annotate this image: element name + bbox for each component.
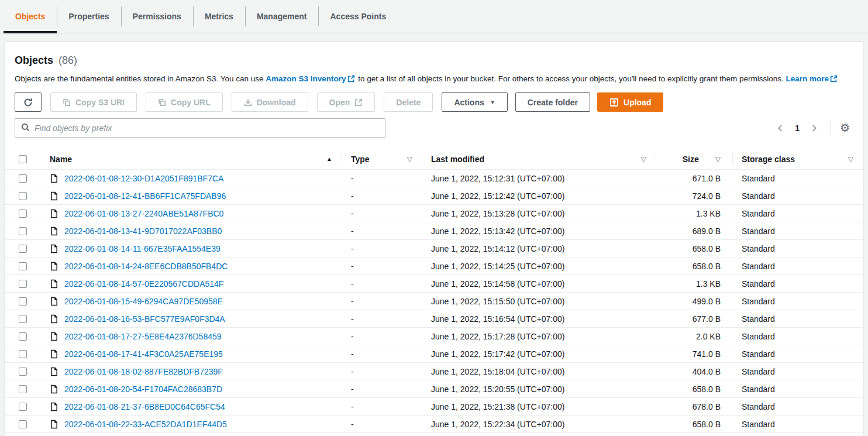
table-row: 2022-06-01-08-20-54-F1704FAC28683B7D - J… [5,380,863,398]
row-checkbox[interactable] [19,174,27,183]
object-name-link[interactable]: 2022-06-01-08-22-33-ACE52DA1D1EF44D5 [64,420,227,429]
refresh-button[interactable] [15,92,42,112]
object-last-modified: June 1, 2022, 15:15:50 (UTC+07:00) [422,297,656,306]
object-name-link[interactable]: 2022-06-01-08-20-54-F1704FAC28683B7D [64,384,222,394]
delete-button[interactable]: Delete [384,92,433,112]
open-button[interactable]: Open [317,92,376,112]
table-row: 2022-06-01-08-12-30-D1A2051F891BF7CA - J… [5,170,863,187]
column-header-storage-class[interactable]: Storage class [742,155,795,164]
upload-icon [609,98,619,107]
search-row: 1 ⚙ [5,112,863,138]
copy-url-label: Copy URL [171,98,211,107]
tab-permissions[interactable]: Permissions [121,0,193,33]
table-row: 2022-06-01-08-18-02-887FE82BDFB7239F - J… [5,363,863,380]
actions-dropdown-button[interactable]: Actions ▼ [442,92,507,112]
file-icon [50,262,58,271]
filter-icon[interactable]: ▽ [407,155,412,163]
tab-access-points[interactable]: Access Points [318,0,398,33]
column-header-last-modified[interactable]: Last modified [431,155,484,164]
sort-ascending-icon[interactable]: ▲ [326,156,332,162]
tab-metrics[interactable]: Metrics [193,0,245,33]
row-checkbox[interactable] [19,403,27,411]
current-page[interactable]: 1 [790,123,804,133]
object-name-link[interactable]: 2022-06-01-08-15-49-6294CA97DE50958E [64,297,223,306]
table-row: 2022-06-01-08-14-11-667E35FAA1554E39 - J… [5,240,863,258]
open-label: Open [329,98,350,107]
tab-management[interactable]: Management [245,0,319,33]
file-icon [50,226,58,236]
object-size: 671.0 B [656,174,732,183]
download-icon [244,98,252,107]
object-last-modified: June 1, 2022, 15:22:34 (UTC+07:00) [422,420,656,429]
refresh-icon [23,98,33,107]
column-header-name[interactable]: Name [50,155,72,164]
search-icon [21,123,30,133]
object-last-modified: June 1, 2022, 15:20:55 (UTC+07:00) [422,384,656,394]
row-checkbox[interactable] [19,350,27,358]
object-storage-class: Standard [732,420,863,429]
select-all-checkbox[interactable] [19,155,27,163]
object-name-link[interactable]: 2022-06-01-08-13-27-2240ABE51A87FBC0 [64,209,223,218]
column-header-type[interactable]: Type [351,155,370,164]
row-checkbox[interactable] [19,368,27,376]
object-name-link[interactable]: 2022-06-01-08-12-30-D1A2051F891BF7CA [64,174,223,183]
object-type: - [342,349,422,359]
row-checkbox[interactable] [19,227,27,235]
tab-properties[interactable]: Properties [57,0,120,33]
object-last-modified: June 1, 2022, 15:13:42 (UTC+07:00) [422,226,656,236]
download-button[interactable]: Download [232,92,308,112]
object-name-link[interactable]: 2022-06-01-08-17-27-5E8E4A2376D58459 [64,332,222,341]
create-folder-button[interactable]: Create folder [515,92,590,112]
filter-icon[interactable]: ▽ [715,155,721,163]
row-checkbox[interactable] [19,420,27,428]
upload-button[interactable]: Upload [597,92,663,112]
learn-more-link[interactable]: Learn more [786,74,829,83]
description-text-1: Objects are the fundamental entities sto… [15,74,266,83]
object-name-link[interactable]: 2022-06-01-08-12-41-BB6FF1CA75FDAB96 [64,191,226,201]
tab-objects[interactable]: Objects [4,0,57,33]
object-name-link[interactable]: 2022-06-01-08-14-11-667E35FAA1554E39 [64,244,221,253]
object-size: 658.0 B [656,262,732,271]
filter-icon[interactable]: ▽ [848,155,853,163]
filter-icon[interactable]: ▽ [641,155,646,163]
row-checkbox[interactable] [19,192,27,200]
row-checkbox[interactable] [19,280,27,288]
object-size: 741.0 B [656,349,732,359]
objects-toolbar: Copy S3 URI Copy URL Download Open Delet… [5,84,863,112]
column-header-size[interactable]: Size [683,155,699,164]
preferences-gear-icon[interactable]: ⚙ [836,121,853,135]
file-icon [50,402,58,411]
object-size: 404.0 B [656,367,732,376]
row-checkbox[interactable] [19,262,27,270]
object-name-link[interactable]: 2022-06-01-08-14-24-8EE6CDB8B50FB4DC [64,262,228,271]
object-type: - [342,314,422,324]
row-checkbox[interactable] [19,210,27,218]
object-last-modified: June 1, 2022, 15:13:28 (UTC+07:00) [422,209,656,218]
search-box [15,118,385,138]
object-name-link[interactable]: 2022-06-01-08-18-02-887FE82BDFB7239F [64,367,223,376]
copy-url-button[interactable]: Copy URL [146,92,223,112]
copy-icon [158,98,166,107]
copy-s3-uri-button[interactable]: Copy S3 URI [50,92,137,112]
next-page-button[interactable] [804,124,824,132]
object-storage-class: Standard [732,279,863,289]
object-type: - [342,244,422,253]
object-last-modified: June 1, 2022, 15:14:58 (UTC+07:00) [422,279,656,289]
object-size: 678.0 B [656,402,732,411]
object-name-link[interactable]: 2022-06-01-08-16-53-BFC577E9AF0F3D4A [64,314,225,324]
object-name-link[interactable]: 2022-06-01-08-13-41-9D7017022AF03BB0 [64,226,222,236]
object-storage-class: Standard [732,297,863,306]
search-input[interactable] [35,123,379,133]
file-icon [50,314,58,324]
row-checkbox[interactable] [19,315,27,323]
row-checkbox[interactable] [19,245,27,253]
row-checkbox[interactable] [19,297,27,305]
object-name-link[interactable]: 2022-06-01-08-14-57-0E220567CDDA514F [64,279,223,289]
object-name-link[interactable]: 2022-06-01-08-17-41-4F3C0A25AE75E195 [64,349,223,359]
row-checkbox[interactable] [19,332,27,341]
previous-page-button[interactable] [770,124,790,132]
amazon-s3-inventory-link[interactable]: Amazon S3 inventory [266,74,346,83]
object-last-modified: June 1, 2022, 15:14:12 (UTC+07:00) [422,244,656,253]
object-name-link[interactable]: 2022-06-01-08-21-37-6B8ED0C64C65FC54 [64,402,225,411]
row-checkbox[interactable] [19,385,27,393]
